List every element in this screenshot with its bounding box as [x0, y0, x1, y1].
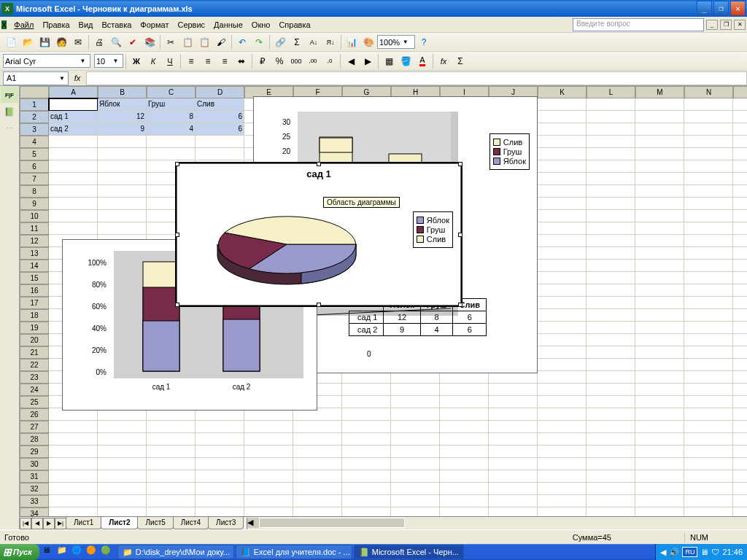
cell-A31[interactable]	[49, 470, 98, 483]
cell-M9[interactable]	[635, 198, 684, 210]
cell-B1[interactable]: Яблок	[98, 98, 147, 111]
cell-N12[interactable]	[684, 235, 733, 247]
row-header-3[interactable]: 3	[20, 123, 49, 136]
autosum2-icon[interactable]: Σ	[452, 53, 468, 69]
cell-M7[interactable]	[635, 173, 684, 185]
cell-L1[interactable]	[587, 98, 635, 111]
copy-icon[interactable]: 📋	[179, 34, 196, 50]
row-header-26[interactable]: 26	[20, 408, 49, 421]
cell-L9[interactable]	[587, 198, 635, 210]
cell-K4[interactable]	[538, 136, 587, 148]
cell-L20[interactable]	[587, 334, 635, 346]
cell-A9[interactable]	[49, 198, 98, 210]
cell-G32[interactable]	[342, 483, 391, 495]
cell-E28[interactable]	[244, 433, 293, 446]
cell-B27[interactable]	[98, 421, 147, 433]
cell-N25[interactable]	[684, 396, 733, 408]
menu-window[interactable]: Окно	[247, 19, 275, 31]
print-icon[interactable]: 🖨	[91, 34, 107, 50]
cell-G25[interactable]	[342, 396, 391, 408]
cell-J28[interactable]	[489, 433, 538, 446]
cell-A6[interactable]	[49, 160, 98, 173]
cell-A28[interactable]	[49, 433, 98, 446]
tray-icon-1[interactable]: ◀	[660, 548, 666, 557]
cell-C1[interactable]: Груш	[147, 98, 196, 111]
cell-M23[interactable]	[635, 371, 684, 384]
taskbar-button[interactable]: 📘Excel для учителя.doc - ...	[236, 545, 352, 559]
cell-J31[interactable]	[489, 470, 538, 483]
cell-J26[interactable]	[489, 408, 538, 421]
cell-L7[interactable]	[587, 173, 635, 185]
cell-K5[interactable]	[538, 148, 587, 160]
cell-B34[interactable]	[98, 508, 147, 516]
row-header-9[interactable]: 9	[20, 198, 49, 210]
align-right-icon[interactable]: ≡	[217, 53, 233, 69]
paste-icon[interactable]: 📋	[196, 34, 212, 50]
doc-icon[interactable]: X	[1, 20, 7, 29]
mdi-restore-button[interactable]: ❐	[720, 20, 732, 30]
cell-B4[interactable]	[98, 136, 147, 148]
cell-L18[interactable]	[587, 309, 635, 322]
new-icon[interactable]: 📄	[3, 34, 19, 50]
cell-D28[interactable]	[196, 433, 244, 446]
cell-B30[interactable]	[98, 458, 147, 470]
cell-D2[interactable]: 6	[196, 111, 244, 123]
cell-K7[interactable]	[538, 173, 587, 185]
cell-N5[interactable]	[684, 148, 733, 160]
cell-M3[interactable]	[635, 123, 684, 136]
cell-N31[interactable]	[684, 470, 733, 483]
row-header-25[interactable]: 25	[20, 396, 49, 408]
ql-ie-icon[interactable]: 🌐	[71, 545, 85, 559]
cell-O22[interactable]	[733, 359, 747, 371]
cell-N14[interactable]	[684, 260, 733, 272]
cell-N17[interactable]	[684, 297, 733, 309]
row-header-10[interactable]: 10	[20, 210, 49, 222]
cell-L21[interactable]	[587, 346, 635, 359]
cell-B2[interactable]: 12	[98, 111, 147, 123]
sheet-tab-Лист2[interactable]: Лист2	[101, 517, 138, 529]
ql-tc-icon[interactable]: 📁	[57, 545, 70, 559]
cell-N23[interactable]	[684, 371, 733, 384]
ql-app-icon[interactable]: 🟠	[86, 545, 99, 559]
menu-edit[interactable]: Правка	[38, 19, 74, 31]
cell-B9[interactable]	[98, 198, 147, 210]
cell-A5[interactable]	[49, 148, 98, 160]
col-header-M[interactable]: M	[635, 86, 684, 98]
cell-D34[interactable]	[196, 508, 244, 516]
cell-O23[interactable]	[733, 371, 747, 384]
row-header-7[interactable]: 7	[20, 173, 49, 185]
cell-E32[interactable]	[244, 483, 293, 495]
cell-M24[interactable]	[635, 384, 684, 396]
font-size-combo[interactable]: 10▼	[94, 54, 123, 68]
cell-L23[interactable]	[587, 371, 635, 384]
cell-H31[interactable]	[391, 470, 440, 483]
cell-L16[interactable]	[587, 284, 635, 297]
cell-H28[interactable]	[391, 433, 440, 446]
cell-O25[interactable]	[733, 396, 747, 408]
cell-C3[interactable]: 4	[147, 123, 196, 136]
menu-data[interactable]: Данные	[209, 19, 247, 31]
cell-M19[interactable]	[635, 322, 684, 334]
dock-btn-3[interactable]: ⋯	[1, 120, 18, 136]
sort-desc-icon[interactable]: Я↓	[322, 34, 338, 50]
taskbar-button[interactable]: 📁D:\disk_drey\d\Мои доку...	[117, 545, 234, 559]
cell-B32[interactable]	[98, 483, 147, 495]
cell-N18[interactable]	[684, 309, 733, 322]
cell-N33[interactable]	[684, 495, 733, 508]
cell-H26[interactable]	[391, 408, 440, 421]
close-button[interactable]: ✕	[730, 1, 746, 16]
cell-M31[interactable]	[635, 470, 684, 483]
cell-M34[interactable]	[635, 508, 684, 516]
cell-I28[interactable]	[440, 433, 489, 446]
cell-M20[interactable]	[635, 334, 684, 346]
cell-N11[interactable]	[684, 222, 733, 235]
cell-M5[interactable]	[635, 148, 684, 160]
row-header-20[interactable]: 20	[20, 334, 49, 346]
cell-N15[interactable]	[684, 272, 733, 284]
cell-F32[interactable]	[293, 483, 342, 495]
row-header-14[interactable]: 14	[20, 260, 49, 272]
cell-H24[interactable]	[391, 384, 440, 396]
cell-M21[interactable]	[635, 346, 684, 359]
row-header-31[interactable]: 31	[20, 470, 49, 483]
cell-I29[interactable]	[440, 446, 489, 458]
